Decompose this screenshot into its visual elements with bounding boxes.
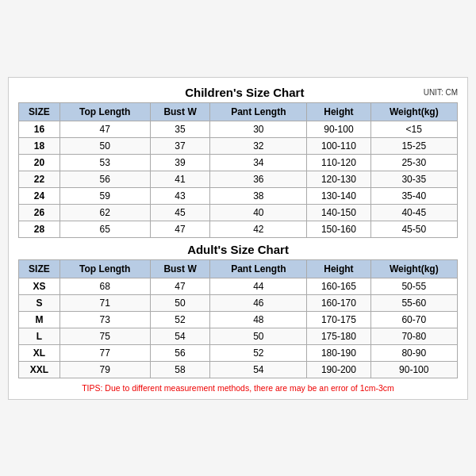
table-cell: 32 (210, 137, 307, 154)
table-cell: 58 (150, 361, 210, 378)
table-row: XS684744160-16550-55 (19, 278, 458, 294)
table-cell: 140-150 (307, 204, 370, 221)
table-row: XXL795854190-20090-100 (19, 361, 458, 378)
adults-col-pant-length: Pant Length (210, 259, 307, 278)
table-cell: L (19, 328, 60, 344)
table-cell: 45-50 (370, 221, 457, 237)
children-col-pant-length: Pant Length (210, 102, 307, 121)
adults-col-weight: Weight(kg) (370, 259, 457, 278)
table-cell: 160-165 (307, 278, 370, 294)
children-unit: UNIT: CM (424, 88, 458, 97)
table-cell: 71 (60, 294, 150, 311)
adults-title: Adult's Size Chart (18, 243, 458, 256)
table-row: 20533934110-12025-30 (19, 154, 458, 171)
children-col-size: SIZE (19, 102, 60, 121)
table-cell: 41 (150, 171, 210, 187)
table-cell: 75 (60, 328, 150, 344)
adults-header-row: SIZE Top Length Bust W Pant Length Heigh… (19, 259, 458, 278)
table-cell: 44 (210, 278, 307, 294)
table-cell: 59 (60, 187, 150, 204)
table-cell: 46 (210, 294, 307, 311)
table-cell: 50 (210, 328, 307, 344)
table-cell: 65 (60, 221, 150, 237)
table-cell: 48 (210, 311, 307, 328)
table-cell: 90-100 (370, 361, 457, 378)
table-row: 24594338130-14035-40 (19, 187, 458, 204)
table-row: 28654742150-16045-50 (19, 221, 458, 237)
table-cell: XS (19, 278, 60, 294)
table-cell: M (19, 311, 60, 328)
table-cell: 50 (60, 137, 150, 154)
table-cell: 39 (150, 154, 210, 171)
table-cell: 34 (210, 154, 307, 171)
table-cell: 43 (150, 187, 210, 204)
table-cell: 73 (60, 311, 150, 328)
table-row: 1647353090-100<15 (19, 121, 458, 137)
table-cell: XL (19, 344, 60, 361)
table-cell: 53 (60, 154, 150, 171)
table-cell: 47 (150, 278, 210, 294)
adults-section: Adult's Size Chart SIZE Top Length Bust … (18, 243, 458, 378)
table-cell: 79 (60, 361, 150, 378)
table-cell: 18 (19, 137, 60, 154)
table-cell: 100-110 (307, 137, 370, 154)
table-cell: 38 (210, 187, 307, 204)
children-header-row: SIZE Top Length Bust W Pant Length Heigh… (19, 102, 458, 121)
table-cell: 28 (19, 221, 60, 237)
table-cell: 20 (19, 154, 60, 171)
table-cell: 35 (150, 121, 210, 137)
table-cell: 160-170 (307, 294, 370, 311)
table-cell: 77 (60, 344, 150, 361)
tips-text: TIPS: Due to different measurement metho… (18, 383, 458, 393)
table-row: M735248170-17560-70 (19, 311, 458, 328)
table-cell: 36 (210, 171, 307, 187)
table-cell: 56 (60, 171, 150, 187)
children-col-height: Height (307, 102, 370, 121)
adults-col-bust: Bust W (150, 259, 210, 278)
table-cell: 55-60 (370, 294, 457, 311)
table-cell: 15-25 (370, 137, 457, 154)
table-row: S715046160-17055-60 (19, 294, 458, 311)
children-title: Children's Size Chart (66, 86, 424, 99)
table-cell: 80-90 (370, 344, 457, 361)
table-cell: 50-55 (370, 278, 457, 294)
table-cell: 37 (150, 137, 210, 154)
table-cell: 68 (60, 278, 150, 294)
table-cell: 16 (19, 121, 60, 137)
table-row: 26624540140-15040-45 (19, 204, 458, 221)
children-col-bust: Bust W (150, 102, 210, 121)
table-cell: 56 (150, 344, 210, 361)
table-cell: 150-160 (307, 221, 370, 237)
children-table: SIZE Top Length Bust W Pant Length Heigh… (18, 102, 458, 238)
table-cell: 54 (150, 328, 210, 344)
table-cell: 40-45 (370, 204, 457, 221)
table-cell: 40 (210, 204, 307, 221)
table-cell: 120-130 (307, 171, 370, 187)
table-cell: 25-30 (370, 154, 457, 171)
table-cell: 52 (150, 311, 210, 328)
table-row: 18503732100-11015-25 (19, 137, 458, 154)
table-row: 22564136120-13030-35 (19, 171, 458, 187)
table-cell: 90-100 (307, 121, 370, 137)
table-cell: 54 (210, 361, 307, 378)
table-cell: 45 (150, 204, 210, 221)
table-cell: 22 (19, 171, 60, 187)
adults-col-height: Height (307, 259, 370, 278)
table-cell: 52 (210, 344, 307, 361)
table-cell: 70-80 (370, 328, 457, 344)
table-cell: <15 (370, 121, 457, 137)
table-cell: 62 (60, 204, 150, 221)
table-cell: 26 (19, 204, 60, 221)
table-cell: 47 (150, 221, 210, 237)
table-cell: S (19, 294, 60, 311)
table-cell: 47 (60, 121, 150, 137)
table-cell: 30 (210, 121, 307, 137)
table-cell: XXL (19, 361, 60, 378)
table-cell: 50 (150, 294, 210, 311)
table-row: L755450175-18070-80 (19, 328, 458, 344)
adults-col-top-length: Top Length (60, 259, 150, 278)
adults-title-row: Adult's Size Chart (18, 243, 458, 256)
table-row: XL775652180-19080-90 (19, 344, 458, 361)
table-cell: 42 (210, 221, 307, 237)
table-cell: 130-140 (307, 187, 370, 204)
